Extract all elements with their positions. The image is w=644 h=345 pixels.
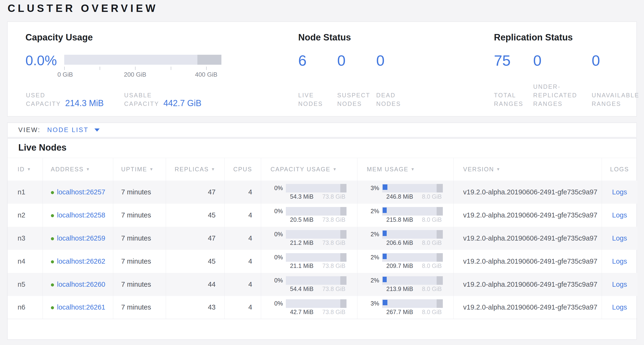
node-replicas-cell: 47 (166, 227, 224, 250)
axis-tick (206, 67, 207, 70)
logs-link[interactable]: Logs (612, 211, 627, 219)
node-live-status-icon (51, 237, 54, 240)
node-cpus-cell: 4 (224, 273, 261, 296)
node-address-link[interactable]: localhost:26259 (57, 234, 105, 242)
axis-tick-label: 0 GiB (57, 71, 73, 78)
dead-nodes-count: 0 (376, 52, 415, 69)
sort-arrow-icon: ▼ (211, 167, 216, 172)
table-row: n5 localhost:26260 7 minutes 44 4 0% 54.… (8, 273, 637, 296)
logs-link[interactable]: Logs (612, 234, 627, 242)
dead-nodes-label: DEAD NODES (376, 91, 415, 108)
node-logs-cell: Logs (602, 204, 637, 227)
capacity-bar-reserved-segment (340, 276, 346, 285)
usable-capacity-stat: USABLE CAPACITY 442.7 GiB (124, 91, 202, 108)
column-header-replicas[interactable]: REPLICAS▼ (166, 158, 224, 181)
live-nodes-count: 6 (298, 52, 337, 69)
node-status-section: Node Status 6 0 0 LIVE NODES SUSPECT NOD… (298, 22, 446, 116)
node-cpus-cell: 4 (224, 204, 261, 227)
node-address-link[interactable]: localhost:26258 (57, 211, 105, 219)
logs-link[interactable]: Logs (612, 188, 627, 196)
node-uptime-cell: 7 minutes (113, 227, 166, 250)
capacity-total-value: 73.8 GiB (322, 308, 346, 315)
mem-total-value: 8.0 GiB (422, 285, 442, 292)
mem-used-value: 206.6 MiB (382, 239, 413, 246)
sort-arrow-icon: ▼ (496, 167, 501, 172)
used-capacity-label: USED CAPACITY (26, 91, 65, 108)
node-cpus-cell: 4 (224, 250, 261, 273)
mem-mini-bar (382, 276, 443, 285)
axis-tick (135, 67, 136, 70)
capacity-total-value: 73.8 GiB (322, 193, 346, 200)
capacity-mini-bar (286, 184, 346, 192)
node-replicas-cell: 45 (166, 204, 224, 227)
mem-percent-label: 3% (367, 184, 379, 192)
node-uptime-cell: 7 minutes (113, 181, 166, 204)
mem-used-value: 209.7 MiB (382, 262, 413, 269)
capacity-used-value: 54.3 MiB (286, 193, 314, 200)
capacity-percent-label: 0% (271, 184, 283, 192)
logs-link[interactable]: Logs (612, 303, 627, 311)
node-version-cell: v19.2.0-alpha.20190606-2491-gfe735c9a97 (454, 273, 602, 296)
node-live-status-icon (51, 260, 54, 263)
capacity-total-value: 73.8 GiB (322, 239, 346, 246)
node-capacity-usage-cell: 0% 21.2 MiB 73.8 GiB (261, 227, 357, 250)
mem-mini-bar (382, 207, 443, 216)
replication-status-heading: Replication Status (494, 32, 573, 43)
node-mem-usage-cell: 2% 215.8 MiB 8.0 GiB (357, 204, 454, 227)
column-header-mem-usage[interactable]: MEM USAGE▼ (357, 158, 454, 181)
unavailable-ranges-label: UNAVAILABLE RANGES (592, 91, 644, 108)
node-replicas-cell: 43 (166, 296, 224, 319)
node-uptime-cell: 7 minutes (113, 296, 166, 319)
column-header-logs: LOGS (602, 158, 637, 181)
node-logs-cell: Logs (602, 181, 637, 204)
under-replicated-ranges-label: UNDER-REPLICATED RANGES (533, 82, 592, 108)
capacity-used-value: 20.5 MiB (286, 216, 314, 223)
page-title: CLUSTER OVERVIEW (8, 3, 158, 14)
node-uptime-cell: 7 minutes (113, 273, 166, 296)
node-address-cell: localhost:26261 (42, 296, 113, 319)
usable-capacity-value: 442.7 GiB (164, 99, 202, 108)
unavailable-ranges-count: 0 (592, 52, 644, 69)
mem-bar-used-segment (383, 300, 388, 305)
node-address-link[interactable]: localhost:26260 (57, 280, 105, 288)
node-version-cell: v19.2.0-alpha.20190606-2491-gfe735c9a97 (454, 204, 602, 227)
column-header-id[interactable]: ID▼ (8, 158, 42, 181)
node-address-cell: localhost:26259 (42, 227, 113, 250)
capacity-bar-reserved-segment (340, 207, 346, 216)
table-row: n4 localhost:26262 7 minutes 45 4 0% 21.… (8, 250, 637, 273)
capacity-bar-reserved-segment (198, 55, 222, 65)
logs-link[interactable]: Logs (612, 257, 627, 265)
mem-total-value: 8.0 GiB (422, 239, 442, 246)
node-address-link[interactable]: localhost:26262 (57, 257, 105, 265)
mem-mini-bar (382, 230, 443, 239)
node-address-cell: localhost:26257 (42, 181, 113, 204)
capacity-used-value: 21.1 MiB (286, 262, 314, 269)
node-uptime-cell: 7 minutes (113, 204, 166, 227)
capacity-total-value: 73.8 GiB (322, 262, 346, 269)
column-header-address[interactable]: ADDRESS▼ (42, 158, 113, 181)
node-address-link[interactable]: localhost:26257 (57, 188, 105, 196)
column-header-capacity-usage[interactable]: CAPACITY USAGE▼ (261, 158, 357, 181)
capacity-usage-heading: Capacity Usage (26, 32, 93, 43)
column-header-version[interactable]: VERSION▼ (454, 158, 602, 181)
used-capacity-value: 214.3 MiB (65, 99, 124, 108)
node-mem-usage-cell: 2% 213.9 MiB 8.0 GiB (357, 273, 454, 296)
node-address-link[interactable]: localhost:26261 (57, 303, 105, 311)
capacity-mini-bar (286, 207, 346, 216)
sort-arrow-icon: ▼ (149, 167, 154, 172)
node-status-heading: Node Status (298, 32, 351, 43)
view-selector[interactable]: NODE LIST (47, 126, 100, 134)
capacity-mini-bar (286, 299, 346, 308)
mem-bar-reserved-segment (437, 184, 443, 192)
node-cpus-cell: 4 (224, 296, 261, 319)
capacity-mini-bar (286, 253, 346, 262)
mem-bar-reserved-segment (437, 253, 443, 262)
node-replicas-cell: 45 (166, 250, 224, 273)
table-row: n2 localhost:26258 7 minutes 45 4 0% 20.… (8, 204, 637, 227)
axis-tick (171, 67, 171, 70)
capacity-bar (64, 55, 222, 65)
logs-link[interactable]: Logs (612, 280, 627, 288)
capacity-bar-reserved-segment (340, 184, 346, 192)
node-version-cell: v19.2.0-alpha.20190606-2491-gfe735c9a97 (454, 227, 602, 250)
column-header-uptime[interactable]: UPTIME▼ (113, 158, 166, 181)
